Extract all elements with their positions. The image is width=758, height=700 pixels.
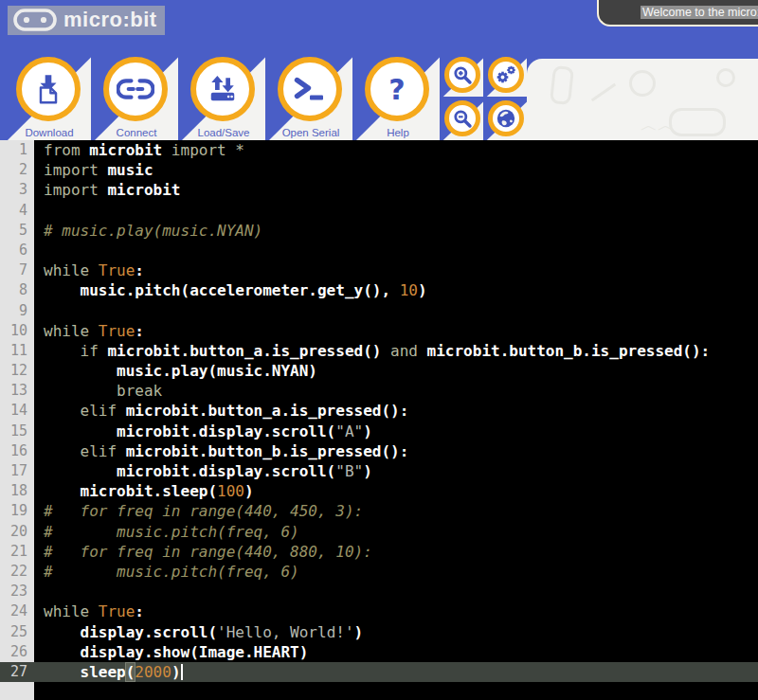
watermark-face — [669, 108, 726, 136]
connect-label: Connect — [95, 127, 178, 138]
download-button[interactable]: Download — [8, 52, 91, 140]
code-line[interactable]: 17 microbit.display.scroll("B") — [0, 461, 758, 481]
line-number: 21 — [0, 542, 34, 562]
code-line[interactable]: 11 if microbit.button_a.is_pressed() and… — [0, 341, 758, 361]
line-number: 12 — [0, 361, 34, 381]
code-line[interactable]: 16 elif microbit.button_b.is_pressed(): — [0, 441, 758, 461]
line-number: 27 — [0, 662, 34, 682]
code-line[interactable]: 27 sleep(2000) — [0, 662, 758, 682]
open-serial-button[interactable]: Open Serial — [269, 52, 352, 140]
line-number: 9 — [0, 301, 34, 321]
settings-button[interactable] — [485, 55, 527, 97]
zoom-out-icon — [444, 100, 480, 136]
download-icon — [16, 57, 81, 121]
code-line[interactable]: 21# for freq in range(440, 880, 10): — [0, 542, 758, 562]
code-line[interactable]: 9 — [0, 301, 758, 321]
code-line[interactable]: 14 elif microbit.button_a.is_pressed(): — [0, 401, 758, 421]
line-number: 26 — [0, 642, 34, 662]
line-number: 22 — [0, 562, 34, 582]
line-number: 10 — [0, 321, 34, 341]
download-label: Download — [8, 127, 91, 138]
line-number: 15 — [0, 422, 34, 441]
load-save-icon — [190, 57, 255, 121]
header-toolbar-band: micro:bit ︿︿ Welcome to the micro:b — [0, 0, 758, 140]
code-line[interactable]: 25 display.scroll('Hello, World!') — [0, 622, 758, 642]
code-line[interactable]: 5# music.play(music.NYAN) — [0, 221, 758, 241]
code-line[interactable]: 2import music — [0, 160, 758, 180]
toolbar-background-panel: ︿︿ — [527, 59, 758, 140]
code-line[interactable]: 12 music.play(music.NYAN) — [0, 361, 758, 381]
code-line[interactable]: 1from microbit import * — [0, 140, 758, 160]
open-serial-label: Open Serial — [269, 127, 352, 138]
brand-title: micro:bit — [63, 8, 157, 32]
line-number: 4 — [0, 201, 34, 221]
line-number: 19 — [0, 501, 34, 521]
microbit-python-editor: micro:bit ︿︿ Welcome to the micro:b — [0, 0, 758, 700]
welcome-tooltip-text: Welcome to the micro:b — [641, 6, 758, 19]
watermark-dot — [716, 68, 735, 87]
language-globe-button[interactable] — [485, 99, 527, 140]
editor-filler[interactable] — [0, 682, 758, 700]
watermark-slash — [591, 83, 616, 102]
code-line[interactable]: 18 microbit.sleep(100) — [0, 481, 758, 501]
zoom-out-button[interactable] — [442, 99, 483, 140]
line-number: 2 — [0, 160, 34, 180]
gears-icon — [488, 57, 524, 93]
connect-button[interactable]: Connect — [95, 52, 178, 140]
help-button[interactable]: ? Help — [356, 52, 440, 140]
line-number: 8 — [0, 280, 34, 300]
code-line[interactable]: 19# for freq in range(440, 450, 3): — [0, 501, 758, 521]
code-line[interactable]: 23 — [0, 582, 758, 601]
code-line[interactable]: 10while True: — [0, 321, 758, 341]
line-number: 6 — [0, 241, 34, 260]
line-number: 14 — [0, 401, 34, 421]
code-line[interactable]: 26 display.show(Image.HEART) — [0, 642, 758, 662]
brand-logo[interactable]: micro:bit — [8, 6, 165, 35]
line-number: 1 — [0, 140, 34, 160]
line-number: 7 — [0, 260, 34, 280]
code-line[interactable]: 22# music.pitch(freq, 6) — [0, 562, 758, 582]
code-filler — [34, 682, 758, 700]
help-icon: ? — [365, 57, 429, 121]
line-number: 11 — [0, 341, 34, 361]
help-label: Help — [356, 127, 440, 138]
watermark-zigzag: ︿︿ — [641, 114, 675, 136]
gutter-filler — [0, 682, 34, 700]
line-number: 17 — [0, 461, 34, 481]
line-number: 13 — [0, 381, 34, 401]
line-number: 20 — [0, 522, 34, 542]
globe-icon — [488, 100, 524, 136]
code-line[interactable]: 4 — [0, 201, 758, 221]
zoom-in-button[interactable] — [442, 55, 483, 97]
open-serial-icon — [278, 57, 342, 121]
line-number: 23 — [0, 582, 34, 601]
line-number: 3 — [0, 180, 34, 200]
load-save-button[interactable]: Load/Save — [182, 52, 265, 140]
line-number: 5 — [0, 221, 34, 241]
code-line[interactable]: 6 — [0, 241, 758, 260]
connect-icon — [103, 57, 168, 121]
microbit-logo-icon — [13, 9, 57, 31]
zoom-in-icon — [444, 57, 480, 93]
text-cursor — [181, 664, 183, 680]
code-line[interactable]: 15 microbit.display.scroll("A") — [0, 422, 758, 441]
code-editor[interactable]: 1from microbit import *2import music3imp… — [0, 140, 758, 700]
line-number: 24 — [0, 601, 34, 621]
line-number: 16 — [0, 441, 34, 461]
welcome-tooltip: Welcome to the micro:b — [597, 0, 758, 27]
code-line[interactable]: 8 music.pitch(accelerometer.get_y(), 10) — [0, 280, 758, 300]
code-line[interactable]: 3import microbit — [0, 180, 758, 200]
line-number: 18 — [0, 481, 34, 501]
code-line[interactable]: 24while True: — [0, 601, 758, 621]
line-number: 25 — [0, 622, 34, 642]
code-line[interactable]: 20# music.pitch(freq, 6) — [0, 522, 758, 542]
watermark-pill — [550, 65, 574, 105]
load-save-label: Load/Save — [182, 127, 265, 138]
code-line[interactable]: 7while True: — [0, 260, 758, 280]
watermark-circle — [629, 70, 656, 97]
code-line[interactable]: 13 break — [0, 381, 758, 401]
